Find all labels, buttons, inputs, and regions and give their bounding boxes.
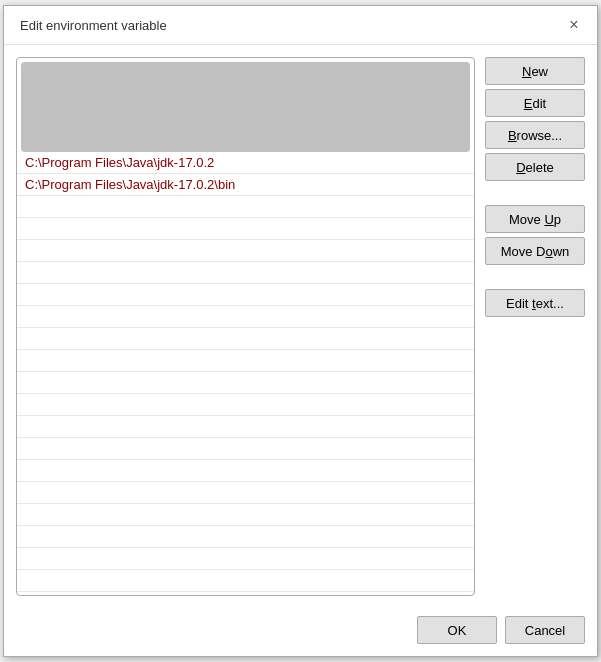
list-item-empty [17,306,474,328]
close-button[interactable]: × [563,14,585,36]
list-item[interactable]: C:\Program Files\Java\jdk-17.0.2\bin [17,174,474,196]
list-item-empty [17,284,474,306]
list-item-empty [17,350,474,372]
edit-button[interactable]: Edit [485,89,585,117]
list-container: C:\Program Files\Java\jdk-17.0.2 C:\Prog… [16,57,475,596]
content-area: C:\Program Files\Java\jdk-17.0.2 C:\Prog… [4,45,597,608]
list-item[interactable]: C:\Program Files\Java\jdk-17.0.2 [17,152,474,174]
list-item-empty [17,526,474,548]
list-item-empty [17,570,474,592]
list-item-empty [17,548,474,570]
list-item-empty [17,196,474,218]
new-button[interactable]: New [485,57,585,85]
browse-button[interactable]: Browse... [485,121,585,149]
spacer-2 [485,269,585,285]
list-item-empty [17,416,474,438]
list-item-empty [17,460,474,482]
dialog-title: Edit environment variable [20,18,167,33]
spacer-1 [485,185,585,201]
list-item-value: C:\Program Files\Java\jdk-17.0.2\bin [25,177,235,192]
delete-button[interactable]: Delete [485,153,585,181]
cancel-button[interactable]: Cancel [505,616,585,644]
list-item-empty [17,482,474,504]
footer: OK Cancel [4,608,597,656]
list-item-empty [17,328,474,350]
list-item-empty [17,504,474,526]
list-item-empty [17,394,474,416]
list-item-empty [17,372,474,394]
buttons-panel: New Edit Browse... Delete Move Up Move D… [485,57,585,596]
list-items: C:\Program Files\Java\jdk-17.0.2 C:\Prog… [17,152,474,595]
list-item-empty [17,218,474,240]
move-down-button[interactable]: Move Down [485,237,585,265]
edit-text-button[interactable]: Edit text... [485,289,585,317]
move-up-button[interactable]: Move Up [485,205,585,233]
ok-button[interactable]: OK [417,616,497,644]
edit-env-var-dialog: Edit environment variable × C:\Program F… [3,5,598,657]
list-item-empty [17,438,474,460]
preview-box [21,62,470,152]
title-bar: Edit environment variable × [4,6,597,45]
list-item-value: C:\Program Files\Java\jdk-17.0.2 [25,155,214,170]
list-item-empty [17,240,474,262]
list-item-empty [17,262,474,284]
